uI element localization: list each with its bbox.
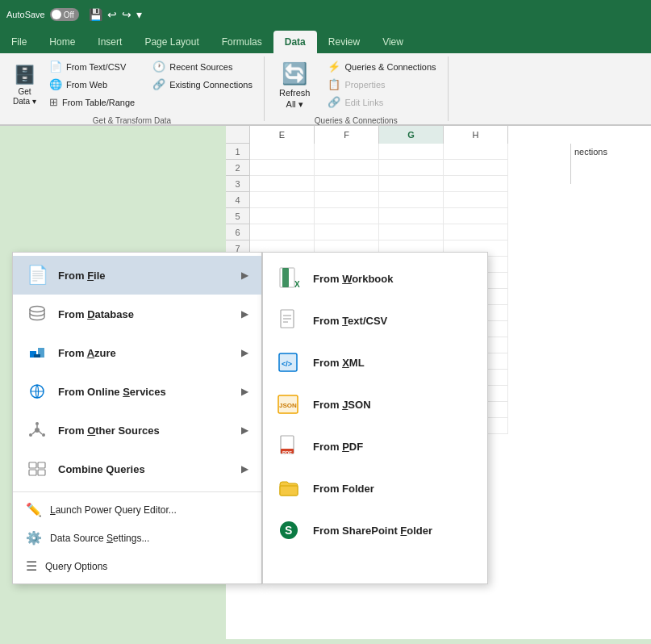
from-database-icon xyxy=(26,303,48,325)
menu-item-from-online[interactable]: From Online Services ▶ xyxy=(13,372,261,411)
tab-view[interactable]: View xyxy=(371,31,415,53)
menu-item-data-source[interactable]: ⚙️ Data Source Settings... xyxy=(13,524,261,552)
from-online-icon xyxy=(26,380,48,403)
sub-item-text-csv[interactable]: From Text/CSV xyxy=(263,299,487,341)
customize-icon[interactable]: ▾ xyxy=(136,8,142,21)
svg-rect-13 xyxy=(29,470,36,475)
sharepoint-label: From SharePoint Folder xyxy=(313,525,432,537)
grid-cell[interactable] xyxy=(250,160,315,176)
grid-cell[interactable] xyxy=(379,224,444,240)
grid-cell[interactable] xyxy=(444,224,508,240)
connections-panel: nections xyxy=(570,144,651,184)
grid-cell[interactable] xyxy=(379,160,444,176)
grid-cell[interactable] xyxy=(379,208,444,224)
get-data-button[interactable]: 🗄️ GetData ▾ xyxy=(6,56,43,115)
menu-item-from-database[interactable]: From Database ▶ xyxy=(13,295,261,333)
query-options-label: Query Options xyxy=(45,561,107,572)
from-text-csv-icon: 📄 xyxy=(49,61,62,73)
svg-text:</>: </> xyxy=(282,360,292,368)
queries-group-label: Queries & Connections xyxy=(315,115,398,125)
folder-icon xyxy=(276,475,302,501)
tab-formulas[interactable]: Formulas xyxy=(211,31,273,53)
grid-row: 5 xyxy=(226,208,651,224)
tab-page-layout[interactable]: Page Layout xyxy=(133,31,210,53)
grid-cell[interactable] xyxy=(315,192,379,208)
data-source-icon: ⚙️ xyxy=(26,530,42,546)
from-web-icon: 🌐 xyxy=(49,78,62,90)
xml-icon: </> xyxy=(276,349,302,375)
queries-connections-button[interactable]: ⚡ Queries & Connections xyxy=(323,58,440,75)
autosave-toggle[interactable]: Off xyxy=(50,8,79,21)
from-table-icon: ⊞ xyxy=(49,96,58,108)
sub-item-pdf[interactable]: PDF From PDF xyxy=(263,425,487,467)
grid-cell[interactable] xyxy=(250,224,315,240)
grid-cell[interactable] xyxy=(250,176,315,192)
col-header-f: F xyxy=(315,126,379,144)
save-icon[interactable]: 💾 xyxy=(89,8,102,21)
sub-item-json[interactable]: JSON From JSON xyxy=(263,383,487,425)
svg-rect-33 xyxy=(280,486,298,496)
svg-text:PDF: PDF xyxy=(282,450,292,455)
edit-links-button[interactable]: 🔗 Edit Links xyxy=(323,94,440,111)
text-csv-label: From Text/CSV xyxy=(313,315,387,327)
text-csv-icon xyxy=(276,307,302,333)
menu-item-from-file[interactable]: 📄 From File ▶ xyxy=(13,256,261,295)
sources-buttons: 🕐 Recent Sources 🔗 Existing Connections xyxy=(141,56,257,94)
tab-file[interactable]: File xyxy=(0,31,38,53)
sub-item-sharepoint[interactable]: S From SharePoint Folder xyxy=(263,509,487,551)
menu-divider-1 xyxy=(13,491,261,492)
grid-cell[interactable] xyxy=(444,160,508,176)
grid-cell[interactable] xyxy=(444,176,508,192)
menu-item-query-options[interactable]: ☰ Query Options xyxy=(13,552,261,580)
menu-item-power-query[interactable]: ✏️ Launch Power Query Editor... xyxy=(13,496,261,524)
sub-item-folder[interactable]: From Folder xyxy=(263,467,487,509)
undo-icon[interactable]: ↩ xyxy=(107,8,117,21)
from-text-csv-label: From Text/CSV xyxy=(66,62,126,72)
svg-rect-12 xyxy=(29,462,36,468)
grid-cell[interactable] xyxy=(315,224,379,240)
menu-item-combine[interactable]: Combine Queries ▶ xyxy=(13,450,261,488)
grid-cell[interactable] xyxy=(379,176,444,192)
grid-cell[interactable] xyxy=(315,176,379,192)
from-text-csv-button[interactable]: 📄 From Text/CSV xyxy=(44,58,140,75)
svg-line-11 xyxy=(39,431,42,434)
from-table-range-button[interactable]: ⊞ From Table/Range xyxy=(44,94,140,111)
sub-item-xml[interactable]: </> From XML xyxy=(263,341,487,383)
ribbon-content: 🗄️ GetData ▾ 📄 From Text/CSV 🌐 From Web … xyxy=(0,53,651,126)
tab-data[interactable]: Data xyxy=(273,31,317,53)
grid-cell[interactable] xyxy=(444,144,508,160)
tab-home[interactable]: Home xyxy=(38,31,86,53)
autosave-label: AutoSave xyxy=(6,10,45,19)
grid-cell[interactable] xyxy=(315,144,379,160)
grid-cell[interactable] xyxy=(315,208,379,224)
dropdown-overlay: 📄 From File ▶ From Database ▶ xyxy=(12,252,488,584)
queries-connections-icon: ⚡ xyxy=(328,61,340,73)
properties-button[interactable]: 📋 Properties xyxy=(323,76,440,93)
recent-sources-button[interactable]: 🕐 Recent Sources xyxy=(148,58,257,75)
grid-cell[interactable] xyxy=(250,192,315,208)
menu-item-from-other[interactable]: From Other Sources ▶ xyxy=(13,411,261,450)
grid-cell[interactable] xyxy=(379,192,444,208)
col-header-h: H xyxy=(444,126,508,144)
properties-icon: 📋 xyxy=(328,78,340,90)
grid-cell[interactable] xyxy=(250,208,315,224)
grid-cell[interactable] xyxy=(444,208,508,224)
grid-cell[interactable] xyxy=(444,192,508,208)
redo-icon[interactable]: ↪ xyxy=(122,8,131,21)
grid-cell[interactable] xyxy=(250,144,315,160)
from-azure-arrow: ▶ xyxy=(241,347,248,358)
tab-insert[interactable]: Insert xyxy=(86,31,133,53)
menu-item-from-azure[interactable]: From Azure ▶ xyxy=(13,333,261,372)
refresh-all-button[interactable]: 🔄 RefreshAll ▾ xyxy=(271,56,319,115)
row-number: 2 xyxy=(226,160,250,176)
existing-connections-button[interactable]: 🔗 Existing Connections xyxy=(148,76,257,93)
grid-cell[interactable] xyxy=(379,144,444,160)
from-other-icon xyxy=(26,419,48,441)
from-web-button[interactable]: 🌐 From Web xyxy=(44,76,140,93)
sub-item-workbook[interactable]: X From Workbook xyxy=(263,257,487,299)
title-bar-icons: 💾 ↩ ↪ ▾ xyxy=(89,8,142,21)
tab-review[interactable]: Review xyxy=(317,31,371,53)
grid-row: 4 xyxy=(226,192,651,208)
power-query-label: Launch Power Query Editor... xyxy=(50,504,177,516)
grid-cell[interactable] xyxy=(315,160,379,176)
